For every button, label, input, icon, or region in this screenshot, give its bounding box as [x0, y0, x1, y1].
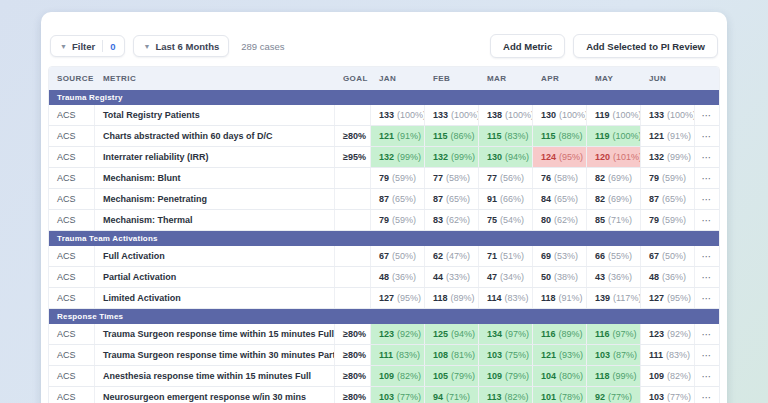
- month-value-cell: 133(100%): [371, 105, 425, 125]
- month-value-cell: 133(100%): [425, 105, 479, 125]
- metric-name: Mechanism: Blunt: [103, 173, 181, 183]
- table-header-row: SourceMetricGoalJanFebMarAprMayJun: [49, 67, 719, 90]
- metric-count: 47: [487, 272, 497, 282]
- period-label: Last 6 Months: [155, 41, 219, 52]
- metric-count: 124: [541, 152, 556, 162]
- metric-count: 103: [379, 392, 394, 402]
- add-selected-pi-review-button[interactable]: Add Selected to PI Review: [573, 34, 718, 58]
- metric-percent: (53%): [554, 251, 578, 261]
- metric-count: 120: [595, 152, 610, 162]
- metric-percent: (101%): [613, 152, 641, 162]
- month-value-cell: 48(36%): [371, 267, 425, 287]
- table-row[interactable]: ACSLimited Activation127(95%)118(89%)114…: [49, 288, 719, 309]
- table-row[interactable]: ACSFull Activation67(50%)62(47%)71(51%)6…: [49, 246, 719, 267]
- metric-name: Trauma Surgeon response time within 15 m…: [103, 329, 334, 339]
- metric-count: 130: [487, 152, 502, 162]
- add-metric-button[interactable]: Add Metric: [490, 34, 565, 58]
- metric-percent: (71%): [608, 215, 632, 225]
- metric-percent: (86%): [451, 131, 475, 141]
- row-actions-button[interactable]: ⋯: [695, 147, 719, 167]
- row-actions-button[interactable]: ⋯: [695, 366, 719, 386]
- row-actions-button[interactable]: ⋯: [695, 246, 719, 266]
- toolbar: ▼ Filter 0 ▼ Last 6 Months 289 cases Add…: [48, 34, 720, 66]
- metric-count: 108: [433, 350, 448, 360]
- metric-count: 138: [487, 110, 502, 120]
- goal-cell: [335, 288, 371, 308]
- metric-percent: (93%): [559, 350, 583, 360]
- metric-percent: (50%): [392, 251, 416, 261]
- table-row[interactable]: ACSAnesthesia response time within 15 mi…: [49, 366, 719, 387]
- metric-percent: (80%): [559, 371, 583, 381]
- table-row[interactable]: ACSNeurosurgeon emergent response w/in 3…: [49, 387, 719, 403]
- metric-count: 132: [433, 152, 448, 162]
- metric-count: 82: [595, 173, 605, 183]
- month-value-cell: 132(99%): [641, 147, 695, 167]
- month-value-cell: 120(101%): [587, 147, 641, 167]
- metric-count: 75: [487, 215, 497, 225]
- row-actions-button[interactable]: ⋯: [695, 168, 719, 188]
- month-value-cell: 79(59%): [371, 168, 425, 188]
- month-value-cell: 124(95%): [533, 147, 587, 167]
- metric-percent: (95%): [397, 293, 421, 303]
- table-row[interactable]: ACSTrauma Surgeon response time within 1…: [49, 324, 719, 345]
- period-select[interactable]: ▼ Last 6 Months: [133, 35, 229, 57]
- goal-cell: ≥80%: [335, 324, 371, 344]
- table-row[interactable]: ACSCharts abstracted within 60 days of D…: [49, 126, 719, 147]
- metric-name: Full Activation: [103, 251, 165, 261]
- month-value-cell: 109(82%): [641, 366, 695, 386]
- metric-percent: (100%): [505, 110, 533, 120]
- table-row[interactable]: ACSInterrater reliability (IRR)≥95%132(9…: [49, 147, 719, 168]
- metric-percent: (100%): [451, 110, 479, 120]
- metric-percent: (36%): [608, 272, 632, 282]
- table-row[interactable]: ACSPartial Activation48(36%)44(33%)47(34…: [49, 267, 719, 288]
- metric-count: 109: [379, 371, 394, 381]
- table-row[interactable]: ACSMechanism: Thermal79(59%)83(62%)75(54…: [49, 210, 719, 231]
- row-actions-button[interactable]: ⋯: [695, 126, 719, 146]
- section-header: Response Times: [49, 309, 719, 324]
- source-cell: ACS: [49, 126, 95, 146]
- filter-count-badge: 0: [110, 41, 115, 52]
- metric-percent: (89%): [451, 293, 475, 303]
- filter-button[interactable]: ▼ Filter 0: [50, 35, 125, 57]
- metric-percent: (82%): [397, 371, 421, 381]
- table-row[interactable]: ACSMechanism: Penetrating87(65%)87(65%)9…: [49, 189, 719, 210]
- table-row[interactable]: ACSMechanism: Blunt79(59%)77(58%)77(56%)…: [49, 168, 719, 189]
- source-cell: ACS: [49, 168, 95, 188]
- metric-count: 87: [433, 194, 443, 204]
- metric-percent: (59%): [392, 215, 416, 225]
- metric-percent: (69%): [608, 194, 632, 204]
- month-value-cell: 114(83%): [479, 288, 533, 308]
- goal-cell: [335, 210, 371, 230]
- metric-count: 121: [649, 131, 664, 141]
- month-value-cell: 138(100%): [479, 105, 533, 125]
- metric-percent: (82%): [505, 392, 529, 402]
- table-row[interactable]: ACSTotal Registry Patients133(100%)133(1…: [49, 105, 719, 126]
- month-value-cell: 79(59%): [641, 210, 695, 230]
- month-value-cell: 79(59%): [641, 168, 695, 188]
- row-actions-button[interactable]: ⋯: [695, 189, 719, 209]
- row-actions-button[interactable]: ⋯: [695, 267, 719, 287]
- row-actions-button[interactable]: ⋯: [695, 105, 719, 125]
- column-header-goal: Goal: [335, 67, 371, 90]
- row-actions-button[interactable]: ⋯: [695, 345, 719, 365]
- row-actions-button[interactable]: ⋯: [695, 324, 719, 344]
- metric-name-cell: Limited Activation: [95, 288, 335, 308]
- metric-percent: (94%): [505, 152, 529, 162]
- metric-percent: (92%): [667, 329, 691, 339]
- row-actions-button[interactable]: ⋯: [695, 387, 719, 403]
- metric-count: 133: [379, 110, 394, 120]
- source-cell: ACS: [49, 288, 95, 308]
- metric-percent: (75%): [505, 350, 529, 360]
- metric-percent: (65%): [446, 194, 470, 204]
- month-value-cell: 130(100%): [533, 105, 587, 125]
- table-row[interactable]: ACSTrauma Surgeon response time within 3…: [49, 345, 719, 366]
- metric-percent: (59%): [662, 215, 686, 225]
- metric-count: 132: [379, 152, 394, 162]
- source-cell: ACS: [49, 366, 95, 386]
- metric-count: 115: [541, 131, 556, 141]
- metric-count: 121: [379, 131, 394, 141]
- row-actions-button[interactable]: ⋯: [695, 210, 719, 230]
- month-value-cell: 77(56%): [479, 168, 533, 188]
- metric-percent: (77%): [667, 392, 691, 402]
- row-actions-button[interactable]: ⋯: [695, 288, 719, 308]
